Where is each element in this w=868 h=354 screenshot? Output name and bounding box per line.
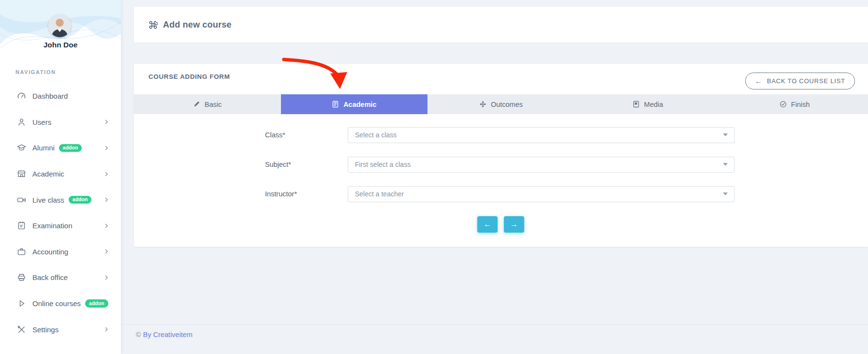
command-icon	[148, 20, 158, 30]
chevron-right-icon	[103, 223, 109, 229]
check-circle-icon	[780, 101, 787, 108]
field-row-subject: Subject*First select a class	[134, 157, 868, 173]
select-value: Select a teacher	[355, 187, 404, 202]
previous-step-button[interactable]: ←	[477, 216, 498, 233]
addon-badge: addon	[85, 299, 108, 308]
user-icon	[16, 117, 27, 127]
sidebar-item-label: Dashboard	[32, 92, 68, 100]
field-row-instructor: Instructor*Select a teacher	[134, 186, 868, 202]
chevron-right-icon	[103, 171, 109, 177]
sidebar-item-online-courses[interactable]: Online coursesaddon	[0, 291, 121, 317]
tab-outcomes[interactable]: Outcomes	[427, 94, 574, 114]
sidebar-item-back-office[interactable]: Back office	[0, 265, 121, 291]
select-value: Select a class	[355, 128, 397, 143]
sidebar-item-settings[interactable]: Settings	[0, 316, 121, 342]
chevron-right-icon	[103, 275, 109, 280]
form-tabs: BasicAcademicOutcomesMediaFinish	[134, 94, 868, 114]
class-select[interactable]: Select a class	[348, 127, 735, 143]
gauge-icon	[16, 91, 27, 101]
page-title: Add new course	[163, 20, 232, 30]
sidebar-item-label: Live class	[32, 196, 64, 204]
creativeitem-link[interactable]: By Creativeitem	[143, 331, 192, 339]
sidebar-item-academic[interactable]: Academic	[0, 161, 121, 187]
chevron-right-icon	[103, 119, 109, 125]
nav-list: DashboardUsersAlumniaddonAcademicLive cl…	[0, 83, 121, 342]
clipboard-icon	[16, 221, 27, 231]
sidebar-item-label: Online courses	[32, 299, 81, 308]
sidebar-item-label: Academic	[32, 170, 64, 178]
caret-down-icon	[723, 133, 728, 136]
move-icon	[479, 101, 486, 108]
media-icon	[633, 101, 640, 108]
tools-icon	[16, 324, 27, 335]
next-step-button[interactable]: →	[504, 216, 524, 233]
left-arrow-icon: ←	[484, 220, 491, 229]
sidebar-item-label: Examination	[32, 221, 73, 230]
sidebar-item-label: Back office	[32, 273, 68, 281]
card-title: COURSE ADDING FORM	[148, 73, 230, 80]
page-header: Add new course	[134, 7, 868, 43]
briefcase-icon	[16, 247, 27, 257]
tab-finish[interactable]: Finish	[721, 94, 868, 114]
sidebar-item-label: Accounting	[32, 248, 68, 256]
journal-icon	[332, 101, 339, 108]
sidebar-item-examination[interactable]: Examination	[0, 213, 121, 239]
sidebar-item-label: Alumni	[32, 144, 55, 152]
field-label: Instructor*	[265, 186, 297, 202]
chevron-right-icon	[103, 326, 109, 332]
tab-media[interactable]: Media	[574, 94, 721, 114]
sidebar-item-label: Users	[32, 118, 51, 126]
pen-icon	[193, 101, 200, 108]
subject-select[interactable]: First select a class	[348, 157, 735, 173]
field-row-class: Class*Select a class	[134, 127, 868, 143]
course-form-card: COURSE ADDING FORM ← BACK TO COURSE LIST…	[134, 64, 868, 247]
right-arrow-icon: →	[510, 220, 518, 229]
addon-badge: addon	[59, 144, 82, 152]
sidebar: John Doe NAVIGATION DashboardUsersAlumni…	[0, 0, 121, 354]
sidebar-item-accounting[interactable]: Accounting	[0, 239, 121, 265]
graduation-cap-icon	[16, 143, 27, 153]
avatar-photo	[48, 15, 71, 37]
back-to-course-list-button[interactable]: ← BACK TO COURSE LIST	[745, 73, 855, 89]
tab-label: Basic	[205, 101, 221, 108]
caret-down-icon	[723, 192, 728, 195]
school-icon	[16, 169, 27, 179]
tab-label: Media	[644, 101, 663, 108]
field-label: Subject*	[265, 157, 291, 173]
back-button-label: BACK TO COURSE LIST	[767, 77, 845, 85]
play-icon	[16, 298, 27, 309]
tab-label: Academic	[343, 101, 377, 108]
sidebar-item-live-class[interactable]: Live classaddon	[0, 187, 121, 213]
sidebar-item-label: Settings	[32, 325, 59, 334]
addon-badge: addon	[69, 196, 92, 204]
user-name: John Doe	[0, 41, 121, 49]
sidebar-item-alumni[interactable]: Alumniaddon	[0, 135, 121, 161]
field-label: Class*	[265, 127, 285, 143]
chevron-right-icon	[103, 249, 109, 254]
sidebar-item-users[interactable]: Users	[0, 109, 121, 135]
copyright-symbol: ©	[136, 331, 141, 339]
tab-label: Outcomes	[491, 101, 523, 108]
app-root: John Doe NAVIGATION DashboardUsersAlumni…	[0, 0, 868, 354]
tab-academic[interactable]: Academic	[281, 94, 428, 114]
select-value: First select a class	[355, 157, 411, 172]
footer: © By Creativeitem	[121, 324, 868, 354]
tab-basic[interactable]: Basic	[134, 94, 281, 114]
caret-down-icon	[723, 163, 728, 166]
tab-label: Finish	[791, 101, 810, 108]
printer-icon	[16, 272, 27, 282]
instructor-select[interactable]: Select a teacher	[348, 186, 735, 202]
chevron-right-icon	[103, 197, 109, 203]
sidebar-item-dashboard[interactable]: Dashboard	[0, 83, 121, 109]
avatar[interactable]	[48, 15, 71, 37]
chevron-right-icon	[103, 145, 109, 151]
video-camera-icon	[16, 195, 27, 205]
left-arrow-icon: ←	[755, 77, 763, 85]
nav-section-label: NAVIGATION	[15, 69, 56, 75]
